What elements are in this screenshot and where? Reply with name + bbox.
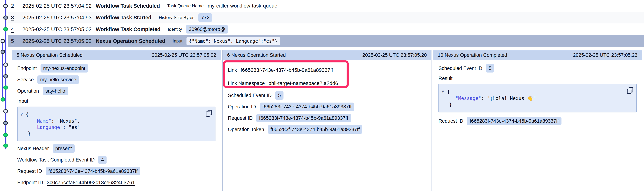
json-close-line: } (20, 130, 211, 137)
panel-nexus-operation-completed: 10 Nexus Operation Completed 2025-02-25 … (433, 50, 642, 191)
event-attr-label: History Size Bytes (159, 15, 194, 20)
event-id-link[interactable]: 3 (11, 15, 16, 21)
panel-header: 6 Nexus Operation Started 2025-02-25 UTC… (223, 50, 431, 60)
field-label: Request ID (438, 118, 463, 124)
panel-header: 5 Nexus Operation Scheduled 2025-02-25 U… (12, 50, 220, 60)
panel-nexus-operation-scheduled: 5 Nexus Operation Scheduled 2025-02-25 U… (12, 50, 221, 191)
field-request-id: Request ID f665283f-743e-4374-b45b-9a61a… (438, 117, 637, 125)
nexus-header-badge: present (53, 144, 75, 153)
timeline-dot-started (3, 121, 8, 125)
timeline-dot-started (0, 50, 5, 54)
field-label: Request ID (228, 115, 253, 121)
timeline-dot-started (3, 74, 8, 79)
field-request-id: Request ID f665283f-743e-4374-b45b-9a61a… (17, 167, 216, 176)
panel-timestamp: 2025-02-25 UTC 23:57:05.20 (362, 52, 427, 58)
json-close-line: } (442, 101, 632, 108)
panel-header: 10 Nexus Operation Completed 2025-02-25 … (433, 50, 642, 60)
field-label: Endpoint (17, 66, 37, 71)
collapse-chevron-icon[interactable]: ∨ (20, 111, 23, 117)
request-id-badge: f665283f-743e-4374-b45b-9a61a89337ff (467, 117, 562, 125)
json-line: "Language": "es" (20, 124, 211, 130)
link-namespace-link[interactable]: phil-target-namespace2.a2dd6 (268, 80, 338, 86)
field-request-id: Request ID f665283f-743e-4374-b45b-9a61a… (228, 114, 426, 122)
field-label: Request ID (17, 169, 42, 174)
wtc-event-id-badge: 4 (98, 156, 106, 164)
field-operation-token: Operation Token f665283f-743e-4374-b45b-… (228, 125, 426, 134)
panel-timestamp: 2025-02-25 UTC 23:57:05.02 (152, 52, 216, 58)
timeline-dot-completed (3, 85, 8, 90)
copy-button[interactable] (205, 110, 212, 117)
field-label: Service (17, 77, 34, 83)
field-label: Link (228, 67, 237, 73)
field-endpoint-id: Endpoint ID 3c0c75ccfa8144b092c13ce63246… (17, 178, 216, 187)
field-label: Operation ID (228, 104, 256, 110)
scheduled-event-id-badge: 5 (275, 91, 284, 100)
event-row-3[interactable]: 3 2025-02-25 UTC 23:57:04.93 Workflow Ta… (8, 12, 644, 23)
timeline-dot-completed (0, 97, 5, 102)
event-row-2[interactable]: 2 2025-02-25 UTC 23:57:04.92 Workflow Ta… (8, 0, 644, 12)
field-scheduled-event-id: Scheduled Event ID 5 (228, 91, 426, 100)
field-label: Link Namespace (228, 81, 265, 86)
field-label: Scheduled Event ID (228, 93, 272, 98)
field-label: Input (17, 98, 28, 104)
scheduled-event-id-badge: 5 (486, 64, 494, 72)
event-id-link[interactable]: 4 (11, 26, 16, 32)
field-link: Link f665283f-743e-4374-b45b-9a61a89337f… (228, 66, 426, 74)
event-row-5-selected[interactable]: 5 2025-02-25 UTC 23:57:05.02 Nexus Opera… (8, 35, 644, 47)
task-queue-link[interactable]: my-caller-workflow-task-queue (208, 3, 278, 9)
field-result-label: Result (438, 75, 637, 82)
event-timestamp: 2025-02-25 UTC 23:57:04.93 (22, 15, 96, 21)
operation-id-badge: f665283f-743e-4374-b45b-9a61a89337ff (260, 103, 354, 111)
result-json-viewer: ∨{ "Message": "¡Hola! Nexus 👋" } (438, 84, 637, 112)
field-service: Service my-hello-service (17, 75, 216, 84)
timeline-dot-scheduled (3, 109, 8, 114)
input-json-chip: {"Name":"Nexus","Language":"es"} (186, 37, 280, 45)
field-label: Operation (17, 88, 39, 94)
request-id-badge: f665283f-743e-4374-b45b-9a61a89337ff (256, 114, 351, 122)
event-history-list: 2 2025-02-25 UTC 23:57:04.92 Workflow Ta… (0, 0, 644, 47)
event-name: Workflow Task Completed (96, 26, 160, 32)
event-id-link[interactable]: 2 (11, 3, 16, 9)
link-link[interactable]: f665283f-743e-4374-b45b-9a61a89337ff (240, 67, 333, 73)
input-json-viewer: ∨{ "Name": "Nexus", "Language": "es" } (17, 107, 216, 141)
panel-body: Endpoint my-nexus-endpoint Service my-he… (12, 60, 220, 191)
field-endpoint: Endpoint my-nexus-endpoint (17, 64, 216, 72)
panel-title: 5 Nexus Operation Scheduled (16, 52, 82, 58)
timeline-dot-scheduled (3, 63, 8, 67)
event-name: Workflow Task Scheduled (96, 3, 160, 9)
field-label: Operation Token (228, 127, 264, 132)
json-line: "Name": "Nexus", (20, 118, 211, 124)
event-timestamp: 2025-02-25 UTC 23:57:05.02 (22, 38, 96, 44)
event-detail-panels: 5 Nexus Operation Scheduled 2025-02-25 U… (12, 50, 642, 191)
collapse-chevron-icon[interactable]: ∨ (442, 88, 444, 95)
field-label: Endpoint ID (17, 180, 43, 186)
copy-icon (205, 110, 212, 117)
timeline-dot-completed (3, 144, 8, 148)
json-open-line: ∨{ (20, 111, 211, 118)
copy-icon (626, 87, 634, 94)
copy-button[interactable] (626, 87, 634, 94)
field-scheduled-event-id: Scheduled Event ID 5 (438, 64, 637, 72)
json-line: "Message": "¡Hola! Nexus 👋" (442, 95, 632, 101)
panel-timestamp: 2025-02-25 UTC 23:57:05.23 (573, 52, 638, 58)
event-attr-label: Input (172, 38, 182, 44)
request-id-badge: f665283f-743e-4374-b45b-9a61a89337ff (46, 167, 140, 176)
field-label: Workflow Task Completed Event ID (17, 157, 94, 163)
field-operation-id: Operation ID f665283f-743e-4374-b45b-9a6… (228, 103, 426, 111)
field-nexus-header: Nexus Header present (17, 144, 216, 153)
panel-title: 6 Nexus Operation Started (227, 52, 286, 58)
event-timestamp: 2025-02-25 UTC 23:57:04.92 (22, 3, 96, 9)
field-label: Result (438, 76, 452, 81)
field-label: Scheduled Event ID (438, 66, 482, 71)
json-open-line: ∨{ (442, 89, 632, 95)
event-timestamp: 2025-02-25 UTC 23:57:05.02 (22, 26, 96, 32)
operation-token-badge: f665283f-743e-4374-b45b-9a61a89337ff (268, 125, 362, 134)
event-row-4[interactable]: 4 2025-02-25 UTC 23:57:05.02 Workflow Ta… (8, 23, 644, 35)
panel-body: Scheduled Event ID 5 Result ∨{ "Message"… (433, 60, 642, 191)
panel-title: 10 Nexus Operation Completed (438, 52, 507, 58)
field-input-label: Input (17, 98, 216, 104)
endpoint-badge: my-nexus-endpoint (40, 64, 88, 72)
operation-badge: say-hello (43, 87, 68, 95)
event-id-link[interactable]: 5 (11, 38, 16, 44)
endpoint-id-link[interactable]: 3c0c75ccfa8144b092c13ce632463761 (47, 180, 135, 186)
